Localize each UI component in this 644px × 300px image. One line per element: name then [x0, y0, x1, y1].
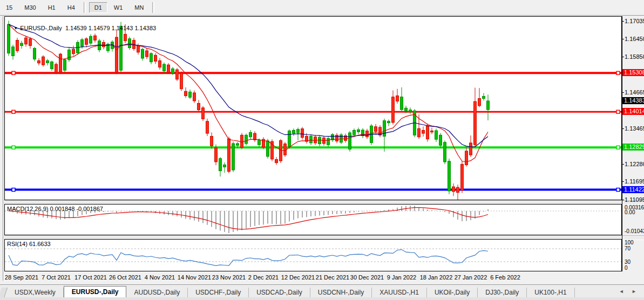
axis-tick-mark: [622, 128, 624, 129]
macd-axis-label: 0.00: [625, 209, 635, 215]
ohlc-close: 1.14383: [134, 25, 156, 31]
price-pane-border: [5, 17, 622, 200]
timeframe-toolbar: 15M30H1H4D1W1MN: [0, 0, 644, 16]
axis-tick-mark: [622, 92, 624, 93]
axis-tick-mark: [622, 181, 624, 182]
chart-tab-usdcad-[interactable]: USDCAD-,Daily: [249, 288, 310, 298]
date-label: 28 Sep 2021: [5, 274, 38, 281]
axis-tick-mark: [622, 21, 624, 22]
line-handle[interactable]: [616, 110, 620, 113]
ohlc-low: 1.14143: [112, 25, 133, 31]
date-label: 6 Feb 2022: [490, 274, 520, 281]
macd-axis-label: -0.01043: [625, 228, 644, 234]
chart-tab-usdcnh-[interactable]: USDCNH-,Daily: [310, 288, 372, 298]
rsi-pane-border: [5, 240, 622, 271]
symbol-dropdown-icon[interactable]: ▼: [13, 26, 18, 31]
chart-tab-usdx[interactable]: USDX,Weekly: [7, 288, 64, 298]
date-label: 18 Jan 2022: [420, 274, 453, 281]
timeframe-button-w1[interactable]: W1: [109, 2, 128, 13]
bottom-strip: [0, 297, 644, 300]
axis-tick-mark: [622, 164, 624, 165]
chart-tab-usdchf-[interactable]: USDCHF-,Daily: [188, 288, 249, 298]
symbol-label: EURUSD-,Daily: [20, 25, 62, 31]
line-handle[interactable]: [616, 188, 620, 192]
date-label: 7 Oct 2021: [42, 274, 71, 281]
rsi-axis-label: 30: [625, 259, 631, 265]
axis-tick-mark: [622, 200, 624, 200]
date-label: 26 Oct 2021: [109, 274, 141, 281]
date-label: 2 Dec 2021: [248, 274, 279, 281]
macd-label: MACD(12,26,9) 0.001848 -0.001867: [7, 206, 103, 212]
rsi-indicator-chart: [4, 239, 622, 271]
date-label: 9 Jan 2022: [387, 274, 416, 281]
line-handle[interactable]: [12, 71, 15, 74]
toolbar-separator: [84, 2, 86, 13]
candlestick-chart: [4, 16, 622, 200]
timeframe-button-mn[interactable]: MN: [129, 2, 149, 13]
rsi-axis-label: 0: [625, 265, 628, 271]
price-tick-label: 1.11095: [625, 196, 644, 203]
line-price-label: 1.14014: [622, 108, 644, 115]
date-label: 30 Dec 2021: [350, 274, 384, 281]
line-handle[interactable]: [12, 188, 15, 192]
chart-tab-ukoil-[interactable]: UKOil-,Daily: [427, 288, 478, 298]
date-label: 17 Oct 2021: [74, 274, 107, 281]
price-tick-label: 1.12280: [625, 161, 644, 167]
date-label: 4 Nov 2021: [145, 274, 175, 281]
date-label: 14 Nov 2021: [178, 274, 211, 281]
price-tick-label: 1.14665: [625, 89, 644, 96]
tab-scroll-arrows[interactable]: ◄ ►: [619, 289, 640, 294]
price-tick-label: 1.16450: [625, 36, 644, 42]
line-price-label: 1.11422: [622, 186, 644, 193]
ohlc-high: 1.14579: [89, 25, 110, 31]
rsi-pane[interactable]: [4, 239, 622, 271]
date-label: 21 Dec 2021: [316, 274, 349, 281]
chart-title[interactable]: ▼EURUSD-,Daily 1.14539 1.14579 1.14143 1…: [7, 18, 156, 38]
mt4-chart-window: 15M30H1H4D1W1MN ▼EURUSD-,Daily 1.14539 1…: [0, 0, 644, 300]
chart-tab-dj30-[interactable]: DJ30-,Daily: [478, 288, 527, 298]
date-axis: 28 Sep 20217 Oct 202117 Oct 202126 Oct 2…: [0, 272, 644, 283]
line-price-label: 1.15308: [622, 69, 644, 76]
price-tick-label: 1.11695: [625, 178, 644, 185]
chart-tab-uk100-[interactable]: UK100-,H1: [527, 288, 574, 298]
line-handle[interactable]: [616, 146, 620, 149]
axis-tick-mark: [622, 57, 624, 57]
rsi-axis-label: 100: [625, 240, 634, 246]
timeframe-button-15[interactable]: 15: [1, 2, 18, 13]
date-label: 27 Jan 2022: [455, 274, 487, 281]
timeframe-button-h1[interactable]: H1: [43, 2, 61, 13]
line-handle[interactable]: [12, 146, 15, 149]
date-label: 23 Nov 2021: [212, 274, 246, 281]
tab-stub: [0, 288, 8, 298]
axis-tick-mark: [622, 39, 624, 39]
timeframe-button-d1[interactable]: D1: [89, 2, 107, 13]
price-tick-label: 1.15850: [625, 53, 644, 60]
rsi-label: RSI(14) 61.6633: [7, 241, 51, 247]
current-price-label: 1.14383: [622, 97, 644, 104]
timeframe-button-h4[interactable]: H4: [62, 2, 80, 13]
date-label: 12 Dec 2021: [281, 274, 315, 281]
chart-tab-eurusd-[interactable]: EURUSD-,Daily: [64, 286, 127, 298]
toolbar-separator: [152, 2, 154, 13]
price-tick-label: 1.13465: [625, 125, 644, 132]
rsi-axis-label: 70: [625, 246, 631, 251]
chart-tab-audusd-[interactable]: AUDUSD-,Daily: [126, 288, 188, 298]
price-tick-label: 1.17035: [625, 18, 644, 24]
ohlc-open: 1.14539: [65, 25, 87, 31]
chart-tab-xauusd-[interactable]: XAUUSD-,H1: [372, 288, 427, 298]
chart-tab-bar: USDX,WeeklyEURUSD-,DailyAUDUSD-,DailyUSD…: [0, 284, 644, 298]
price-pane[interactable]: [4, 16, 622, 200]
line-handle[interactable]: [12, 110, 15, 113]
line-handle[interactable]: [616, 71, 620, 74]
line-price-label: 1.12829: [622, 144, 644, 151]
timeframe-button-m30[interactable]: M30: [19, 2, 41, 13]
